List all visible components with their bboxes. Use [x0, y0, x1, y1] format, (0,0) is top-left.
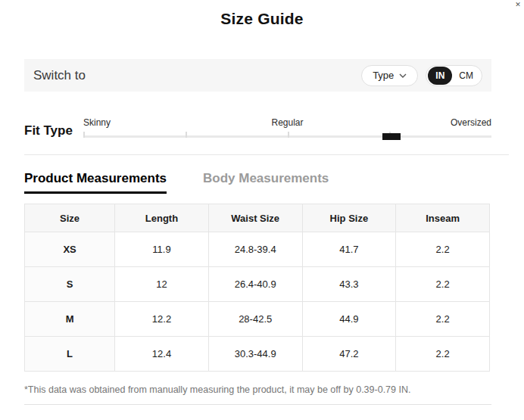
table-row: XS 11.9 24.8-39.4 41.7 2.2	[25, 232, 490, 267]
waist-cell: 28-42.5	[208, 302, 302, 337]
unit-toggle[interactable]: IN CM	[426, 65, 482, 86]
length-cell: 12.2	[115, 302, 209, 337]
hip-cell: 41.7	[302, 232, 396, 267]
hip-cell: 44.9	[302, 302, 396, 337]
measurement-disclaimer: *This data was obtained from manually me…	[24, 384, 410, 395]
table-row: S 12 26.4-40.9 43.3 2.2	[25, 267, 490, 302]
size-cell: M	[25, 302, 115, 337]
measurement-tabs: Product Measurements Body Measurements	[24, 171, 329, 194]
column-header-hip: Hip Size	[302, 204, 396, 232]
inseam-cell: 2.2	[396, 267, 490, 302]
unit-option-cm[interactable]: CM	[452, 70, 480, 81]
bottom-divider	[24, 404, 491, 405]
chevron-down-icon	[399, 73, 407, 78]
fit-type-label: Fit Type	[24, 114, 83, 147]
fit-slider-tick	[288, 132, 289, 138]
length-cell: 12.4	[115, 337, 209, 372]
section-divider	[24, 154, 509, 155]
inseam-cell: 2.2	[396, 302, 490, 337]
hip-cell: 43.3	[302, 267, 396, 302]
size-cell: L	[25, 337, 115, 372]
unit-option-in[interactable]: IN	[428, 67, 452, 85]
column-header-size: Size	[25, 204, 115, 232]
type-dropdown-label: Type	[373, 70, 394, 81]
page-title: Size Guide	[0, 10, 524, 28]
table-row: M 12.2 28-42.5 44.9 2.2	[25, 302, 490, 337]
fit-slider-tick	[83, 132, 85, 138]
inseam-cell: 2.2	[396, 337, 490, 372]
hip-cell: 47.2	[302, 337, 396, 372]
length-cell: 11.9	[115, 232, 209, 267]
size-cell: S	[25, 267, 115, 302]
fit-stop-oversized: Oversized	[451, 117, 491, 128]
fit-type-slider: Skinny Regular Oversized	[83, 114, 491, 147]
measurements-table: Size Length Waist Size Hip Size Inseam X…	[24, 204, 490, 372]
tab-product-measurements[interactable]: Product Measurements	[24, 171, 167, 194]
fit-stop-skinny: Skinny	[83, 117, 111, 128]
close-icon[interactable]: ✕	[513, 0, 522, 9]
waist-cell: 30.3-44.9	[208, 337, 302, 372]
waist-cell: 24.8-39.4	[208, 232, 302, 267]
type-dropdown-button[interactable]: Type	[361, 65, 418, 86]
length-cell: 12	[115, 267, 209, 302]
fit-slider-track	[83, 135, 491, 138]
tab-body-measurements[interactable]: Body Measurements	[203, 171, 329, 194]
column-header-length: Length	[115, 204, 209, 232]
waist-cell: 26.4-40.9	[208, 267, 302, 302]
switch-to-label: Switch to	[33, 68, 86, 83]
fit-slider-tick	[186, 132, 187, 138]
column-header-waist: Waist Size	[208, 204, 302, 232]
table-row: L 12.4 30.3-44.9 47.2 2.2	[25, 337, 490, 372]
column-header-inseam: Inseam	[396, 204, 490, 232]
size-guide-panel: Size Guide ✕ Switch to Type IN CM Fit Ty…	[0, 0, 524, 420]
switch-to-bar: Switch to Type IN CM	[24, 59, 491, 92]
fit-stop-regular: Regular	[271, 117, 303, 128]
fit-indicator	[382, 133, 401, 140]
fit-type-section: Fit Type Skinny Regular Oversized	[24, 114, 491, 147]
size-cell: XS	[25, 232, 115, 267]
table-header-row: Size Length Waist Size Hip Size Inseam	[25, 204, 490, 232]
inseam-cell: 2.2	[396, 232, 490, 267]
